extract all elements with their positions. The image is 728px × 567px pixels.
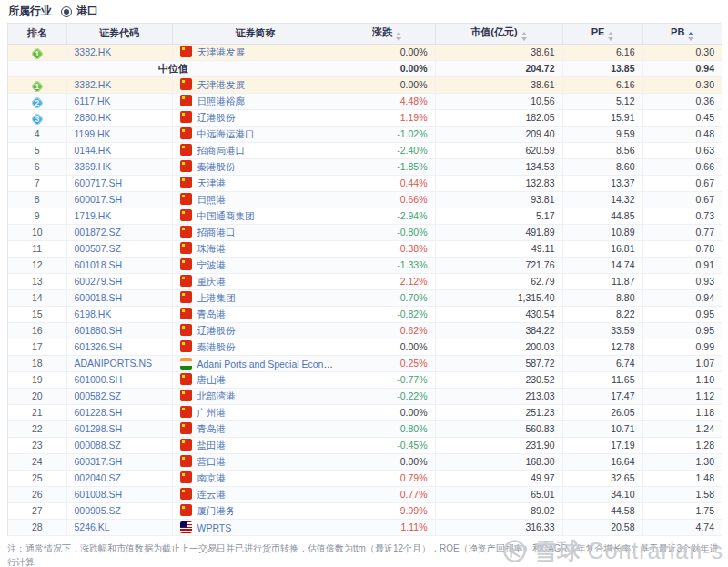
stock-name-link[interactable]: 天津港: [197, 177, 227, 187]
sort-icon[interactable]: [608, 32, 613, 41]
stock-code-link[interactable]: 0144.HK: [75, 145, 112, 156]
stock-name-link[interactable]: 南京港: [197, 471, 227, 482]
sort-icon[interactable]: [688, 32, 693, 41]
stock-name-link[interactable]: 宁波港: [197, 258, 227, 269]
stock-name-link[interactable]: 日照港裕廊: [197, 95, 246, 106]
stock-code-link[interactable]: 2880.HK: [75, 112, 112, 123]
stock-code-link[interactable]: 601008.SH: [75, 489, 123, 500]
stock-name-link[interactable]: 中远海运港口: [197, 127, 255, 138]
stock-code-link[interactable]: 3369.HK: [75, 161, 112, 172]
stock-code-link[interactable]: 6198.HK: [75, 309, 112, 319]
stock-name-link[interactable]: 日照港: [197, 193, 227, 204]
stock-code-link[interactable]: 000088.SZ: [75, 440, 121, 451]
column-header-pb[interactable]: PB: [642, 24, 722, 44]
table-row: 3 2880.HK 辽港股份 1.19% 182.05 15.91 0.45: [8, 109, 722, 126]
rank-cell: 2: [8, 93, 66, 109]
change-cell: -1.02%: [339, 126, 435, 142]
stock-name-link[interactable]: 盐田港: [197, 439, 227, 450]
stock-name-link[interactable]: WPRTS: [197, 521, 232, 532]
stock-code-link[interactable]: 600018.SH: [75, 292, 123, 303]
table-row: 8 600017.SH 日照港 0.66% 93.81 14.32 0.67: [8, 191, 722, 208]
stock-name-link[interactable]: Adani Ports and Special Economic Zo...: [197, 358, 339, 369]
stock-code-link[interactable]: 600279.SH: [75, 276, 123, 287]
stock-code-link[interactable]: 601000.SH: [75, 374, 123, 385]
column-header-change[interactable]: 涨跌: [339, 24, 435, 44]
stock-name-link[interactable]: 天津港发展: [197, 46, 246, 56]
stock-code-link[interactable]: 5246.KL: [75, 521, 110, 532]
pe-cell: 9.59: [562, 126, 642, 142]
stock-name-link[interactable]: 北部湾港: [197, 390, 236, 400]
stock-code-link[interactable]: 1719.HK: [75, 210, 112, 221]
stock-code-link[interactable]: 601880.SH: [75, 325, 123, 336]
stock-name-link[interactable]: 连云港: [197, 488, 227, 499]
median-marketcap: 204.72: [435, 60, 562, 76]
stock-name-link[interactable]: 厦门港务: [197, 504, 236, 515]
stock-name-link[interactable]: 青岛港: [197, 422, 227, 433]
stock-code-link[interactable]: 601018.SH: [75, 259, 123, 270]
table-row: 6 3369.HK 秦港股份 -1.85% 134.53 8.60 0.66: [8, 158, 722, 175]
stock-code-link[interactable]: 000905.SZ: [75, 505, 121, 516]
stock-code-link[interactable]: 000507.SZ: [75, 243, 121, 254]
rank-cell: 20: [8, 388, 66, 404]
sort-icon[interactable]: [396, 32, 401, 41]
stock-code-link[interactable]: 3382.HK: [75, 79, 112, 90]
change-cell: -0.70%: [339, 289, 435, 306]
stock-name-link[interactable]: 招商局港口: [197, 144, 246, 155]
stock-name-link[interactable]: 重庆港: [197, 275, 227, 286]
stock-code-link[interactable]: 600717.SH: [75, 177, 123, 188]
code-cell: 600717.SH: [66, 175, 172, 191]
code-cell: 601298.SH: [66, 420, 172, 437]
stock-code-link[interactable]: ADANIPORTS.NS: [75, 358, 153, 369]
stock-name-link[interactable]: 营口港: [197, 455, 227, 466]
stock-code-link[interactable]: 001872.SZ: [75, 227, 121, 238]
column-header-pe[interactable]: PE: [562, 24, 642, 44]
table-row: 23 000088.SZ 盐田港 -0.45% 231.90 17.19 1.2…: [8, 437, 722, 453]
stock-name-link[interactable]: 广州港: [197, 406, 227, 417]
column-header-marketcap[interactable]: 市值(亿元): [435, 24, 562, 44]
stock-name-link[interactable]: 招商港口: [197, 226, 236, 237]
sort-icon[interactable]: [521, 32, 527, 41]
rank-cell: 3: [8, 109, 66, 126]
stock-code-link[interactable]: 3382.HK: [75, 46, 112, 57]
stock-name-link[interactable]: 辽港股份: [197, 111, 236, 122]
stock-code-link[interactable]: 600017.SH: [75, 194, 123, 205]
stock-code-link[interactable]: 601326.SH: [75, 341, 123, 352]
stock-name-link[interactable]: 青岛港: [197, 308, 227, 319]
stock-code-link[interactable]: 6117.HK: [75, 96, 111, 106]
rank-cell: 27: [8, 502, 66, 519]
marketcap-cell: 587.72: [435, 355, 562, 371]
stock-name-link[interactable]: 天津港发展: [197, 78, 246, 89]
stock-code-link[interactable]: 000582.SZ: [75, 390, 121, 401]
pb-cell: 1.18: [642, 404, 722, 420]
pb-cell: 1.24: [642, 420, 722, 437]
flag-icon: [180, 439, 192, 451]
marketcap-cell: 560.83: [435, 420, 562, 437]
stock-code-link[interactable]: 601228.SH: [75, 407, 123, 418]
flag-icon: [180, 504, 192, 516]
table-row: 28 5246.KL WPRTS 1.11% 316.33 20.58 4.74: [8, 519, 722, 535]
stock-code-link[interactable]: 1199.HK: [75, 128, 111, 139]
stock-code-link[interactable]: 601298.SH: [75, 423, 123, 434]
pe-cell: 26.05: [562, 404, 642, 420]
stock-name-link[interactable]: 上港集团: [197, 291, 236, 302]
stock-name-link[interactable]: 中国通商集团: [197, 209, 255, 220]
stock-code-link[interactable]: 002040.SZ: [75, 472, 121, 483]
stock-code-link[interactable]: 600317.SH: [75, 456, 123, 467]
industry-radio-port[interactable]: 港口: [61, 4, 98, 19]
flag-icon: [180, 144, 192, 156]
stock-name-link[interactable]: 唐山港: [197, 373, 227, 384]
flag-icon: [180, 308, 192, 319]
stock-name-link[interactable]: 辽港股份: [197, 324, 236, 335]
marketcap-cell: 1,315.40: [435, 289, 562, 306]
name-cell: 青岛港: [172, 420, 339, 437]
change-cell: -0.77%: [339, 371, 435, 388]
stock-name-link[interactable]: 秦港股份: [197, 340, 236, 351]
stock-name-link[interactable]: 珠海港: [197, 242, 227, 253]
change-cell: 9.99%: [339, 502, 435, 519]
comps-table: 排名 证券代码 证券简称 涨跌 市值(亿元) PE PB 1 3382.HK 天…: [7, 23, 721, 536]
table-row: 25 002040.SZ 南京港 0.79% 49.97 32.65 1.48: [8, 470, 722, 486]
pe-cell: 16.64: [562, 453, 642, 470]
pe-cell: 34.10: [562, 486, 642, 502]
stock-name-link[interactable]: 秦港股份: [197, 160, 236, 171]
radio-selected-icon[interactable]: [61, 6, 72, 17]
